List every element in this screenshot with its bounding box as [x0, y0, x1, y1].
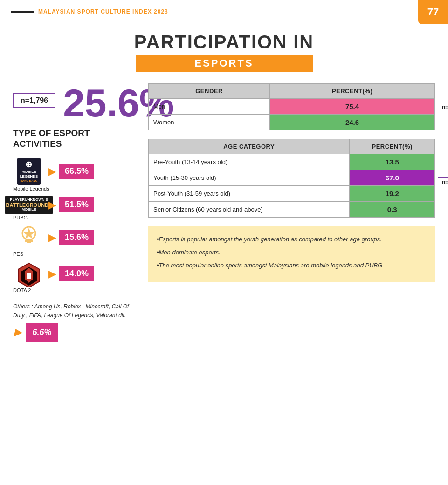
pubg-percent: 51.5%	[59, 197, 94, 212]
ml-logo: ⊕ MOBILELEGENDSBANG BANG	[13, 158, 45, 185]
type-title: TYPE OF ESPORT ACTIVITIES	[13, 128, 134, 150]
right-column: GENDER PERCENT(%) Men75.4Women24.6 n=1,7…	[148, 83, 435, 342]
age-row-value: 19.2	[350, 186, 435, 202]
header-line	[11, 11, 34, 13]
age-row-value: 67.0	[350, 170, 435, 186]
svg-marker-1	[23, 228, 35, 239]
age-row-label: Pre-Youth (13-14 years old)	[149, 154, 350, 170]
svg-rect-6	[27, 273, 31, 279]
arrow-icon-pubg: ▶	[48, 199, 55, 211]
n-badge-main: n=1,796	[13, 93, 55, 108]
pubg-label: PUBG	[13, 215, 28, 220]
header-title-year: 2023	[152, 8, 168, 15]
age-n-badge: n=1,796	[438, 177, 448, 187]
dota-label: DOTA 2	[13, 287, 31, 293]
gender-table-wrapper: GENDER PERCENT(%) Men75.4Women24.6 n=1,7…	[148, 83, 435, 130]
arrow-icon-ml: ▶	[48, 166, 55, 177]
gender-row-label: Women	[149, 115, 270, 130]
left-column: n=1,796 25.6% TYPE OF ESPORT ACTIVITIES …	[13, 83, 134, 342]
ml-percent: 66.5%	[59, 164, 94, 179]
arrow-icon-dota: ▶	[48, 268, 55, 280]
gender-row-label: Men	[149, 99, 270, 115]
note-item: •Men dominate esports.	[157, 247, 427, 258]
gender-col2: PERCENT(%)	[270, 84, 435, 99]
main-subtitle: ESPORTS	[136, 57, 313, 69]
gender-row-value: 24.6	[270, 115, 435, 130]
age-row-value: 13.5	[350, 154, 435, 170]
note-item: •The most popular online sports amongst …	[157, 260, 427, 271]
header: MALAYSIAN SPORT CULTURE INDEX 2023 77	[0, 0, 448, 19]
svg-rect-3	[27, 242, 31, 243]
gender-row-value: 75.4	[270, 99, 435, 115]
gender-n-badge: n=1,796	[438, 102, 448, 112]
header-title-highlight: INDEX	[132, 8, 152, 15]
age-table: AGE CATEGORY PERCENT(%) Pre-Youth (13-14…	[148, 139, 435, 218]
esport-item-ml: ⊕ MOBILELEGENDSBANG BANG ▶ 66.5% Mobile …	[13, 158, 134, 191]
pes-label: PES	[13, 251, 23, 257]
age-table-wrapper: AGE CATEGORY PERCENT(%) Pre-Youth (13-14…	[148, 139, 435, 218]
others-percent: 6.6%	[26, 323, 58, 342]
page: MALAYSIAN SPORT CULTURE INDEX 2023 77 PA…	[0, 0, 448, 485]
arrow-icon-pes: ▶	[48, 232, 55, 243]
esport-item-dota: ▶ 14.0% DOTA 2	[13, 261, 134, 293]
others-label: Others : Among Us, Roblox , Minecraft, C…	[13, 302, 134, 320]
esport-item-pes: ▶ 15.6% PES	[13, 225, 134, 257]
dota-percent: 14.0%	[59, 266, 94, 281]
main-title-section: PARTICIPATION IN ESPORTS	[0, 32, 448, 72]
ml-label: Mobile Legends	[13, 186, 49, 191]
header-title: MALAYSIAN SPORT CULTURE INDEX 2023	[38, 8, 168, 15]
dota-logo	[13, 261, 45, 287]
age-col1: AGE CATEGORY	[149, 139, 350, 154]
notes-box: •Esports is popular amongst the youth ge…	[148, 226, 435, 282]
page-number: 77	[418, 0, 448, 24]
others-text: Others : Among Us, Roblox , Minecraft, C…	[13, 302, 134, 342]
main-subtitle-bar: ESPORTS	[136, 55, 313, 72]
age-row-label: Post-Youth (31-59 years old)	[149, 186, 350, 202]
content-area: n=1,796 25.6% TYPE OF ESPORT ACTIVITIES …	[0, 83, 448, 342]
pes-logo	[13, 225, 45, 250]
arrow-icon-others: ▶	[14, 325, 21, 340]
header-title-normal: MALAYSIAN SPORT CULTURE	[38, 8, 132, 15]
age-row-value: 0.3	[350, 202, 435, 218]
pes-percent: 15.6%	[59, 230, 94, 245]
main-title: PARTICIPATION IN	[0, 32, 448, 53]
gender-col1: GENDER	[149, 84, 270, 99]
age-col2: PERCENT(%)	[350, 139, 435, 154]
svg-rect-2	[25, 240, 33, 242]
age-row-label: Youth (15-30 years old)	[149, 170, 350, 186]
esport-item-pubg: PLAYERUNKNOWN'S BATTLEGROUNDS MOBILE ▶ 5…	[13, 196, 134, 220]
note-item: •Esports is popular amongst the youth ge…	[157, 234, 427, 245]
age-row-label: Senior Citizens (60 years old and above)	[149, 202, 350, 218]
gender-table: GENDER PERCENT(%) Men75.4Women24.6	[148, 83, 435, 130]
pubg-logo: PLAYERUNKNOWN'S BATTLEGROUNDS MOBILE	[13, 196, 45, 214]
